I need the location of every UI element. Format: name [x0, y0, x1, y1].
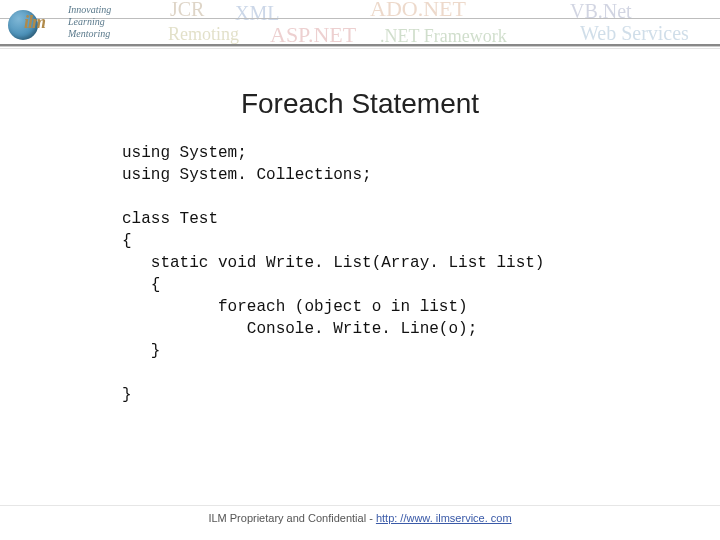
logo-text: ilm: [24, 12, 45, 33]
logo-tagline: Innovating Learning Mentoring: [68, 4, 111, 40]
footer-rule: [0, 505, 720, 506]
tagline-line: Learning: [68, 16, 111, 28]
bg-word-aspnet: ASP.NET: [270, 22, 356, 48]
bg-word-ado-net: ADO.NET: [370, 0, 466, 22]
footer-text: ILM Proprietary and Confidential -: [208, 512, 376, 524]
bg-word-vbnet: VB.Net: [570, 0, 632, 23]
bg-word-remoting: Remoting: [168, 24, 239, 45]
bg-word-jcr: JCR: [170, 0, 204, 21]
bg-word-xml: XML: [235, 2, 279, 25]
code-block: using System; using System. Collections;…: [122, 142, 544, 406]
slide: JCR XML ADO.NET VB.Net Remoting ASP.NET …: [0, 0, 720, 540]
bg-word-framework: .NET Framework: [380, 26, 507, 47]
background-watermark-words: JCR XML ADO.NET VB.Net Remoting ASP.NET …: [60, 0, 720, 60]
footer-link[interactable]: http: //www. ilmservice. com: [376, 512, 512, 524]
tagline-line: Mentoring: [68, 28, 111, 40]
bg-word-webservices: Web Services: [580, 22, 689, 45]
rule-line: [0, 44, 720, 46]
ilm-logo: ilm: [8, 6, 66, 50]
rule-line: [0, 48, 720, 49]
slide-title: Foreach Statement: [0, 88, 720, 120]
rule-line: [0, 46, 720, 47]
tagline-line: Innovating: [68, 4, 111, 16]
slide-footer: ILM Proprietary and Confidential - http:…: [0, 512, 720, 524]
